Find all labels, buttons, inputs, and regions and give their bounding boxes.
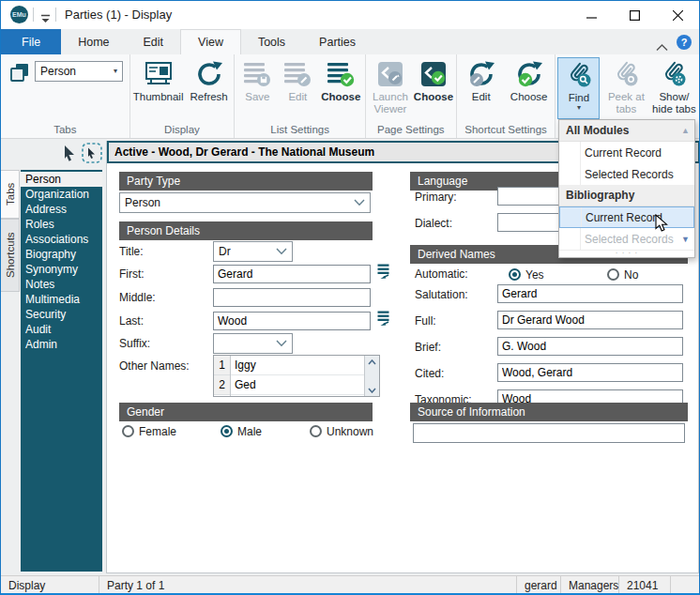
sidebar-item-audit[interactable]: Audit [21,322,102,337]
sidebar-item-associations[interactable]: Associations [21,232,102,247]
tab-parties[interactable]: Parties [302,29,373,54]
menu-resize-grip[interactable]: · · · · [559,250,694,257]
automatic-no-label: No [624,268,638,282]
tab-list-panel: Person Organization Address Roles Associ… [21,170,102,572]
other-name-cell[interactable]: Ged [231,375,364,395]
list-choose-icon [326,57,356,91]
tab-layout-select[interactable]: Person ▾ [35,61,123,82]
last-name-field[interactable] [213,312,371,330]
list-save-button: Save [236,57,278,103]
suffix-label: Suffix: [119,337,150,350]
first-name-field[interactable] [213,265,371,283]
group-label-list-settings: List Settings [235,124,365,135]
close-button[interactable] [656,1,699,29]
other-names-row-numbers: 1 2 [214,356,231,396]
find-button[interactable]: Find ▾ [557,57,600,119]
menu-item-all-current-record[interactable]: Current Record [559,142,694,163]
sidebar-item-notes[interactable]: Notes [21,277,102,292]
gender-female-radio[interactable]: Female [122,422,176,439]
sidebar-item-person[interactable]: Person [21,172,102,187]
list-edit-label: Edit [288,91,307,103]
maximize-button[interactable] [613,1,656,29]
sidebar-item-synonymy[interactable]: Synonymy [21,262,102,277]
radio-icon [122,425,134,437]
emu-logo-icon[interactable]: EMu [10,6,28,23]
window-title: Parties (1) - Display [65,8,172,22]
ribbon-group-tabs: Person ▾ Tabs [1,54,130,138]
sidebar-item-biography[interactable]: Biography [21,247,102,262]
other-name-cell[interactable]: Iggy [231,356,364,375]
collapse-ribbon-icon[interactable] [656,38,668,55]
scroll-down-button[interactable] [365,384,379,396]
thumbnail-label: Thumbnail [133,91,184,103]
status-bar: Display Party 1 of 1 gerard Managers 210… [1,575,699,594]
gender-unknown-radio[interactable]: Unknown [310,422,373,439]
list-edit-button: Edit [278,57,317,103]
side-tab-shortcuts[interactable]: Shortcuts [1,219,20,292]
radio-icon [310,425,322,437]
brief-field[interactable] [497,337,683,356]
scroll-up-button[interactable] [365,356,379,368]
shortcut-choose-button[interactable]: Choose [504,57,555,103]
quick-access-dropdown-icon[interactable] [39,10,52,27]
first-name-label: First: [119,267,145,281]
sidebar-item-roles[interactable]: Roles [21,217,102,232]
tab-home[interactable]: Home [61,29,126,54]
refresh-button[interactable]: Refresh [185,57,234,103]
minimize-button[interactable] [570,1,613,29]
sidebar-item-admin[interactable]: Admin [21,337,102,352]
refresh-icon [194,57,224,91]
show-hide-tabs-button[interactable]: Show/ hide tabs ▾ [650,57,697,128]
list-save-label: Save [245,91,269,103]
menu-scroll-up-icon[interactable]: ▲ [681,126,690,135]
divider [581,207,582,227]
help-icon[interactable]: ? [677,35,692,50]
autofill-icon[interactable] [376,263,390,283]
shortcut-choose-label: Choose [510,91,548,103]
ribbon-group-shortcut-settings: Edit Choose Shortcut Settings [457,54,556,138]
thumbnail-icon [143,57,175,91]
launch-viewer-button: Launch Viewer [368,57,413,115]
page-choose-button[interactable]: Choose [411,57,456,103]
list-choose-button[interactable]: Choose [317,57,364,103]
sidebar-item-security[interactable]: Security [21,307,102,322]
source-of-information-header: Source of Information [410,403,688,421]
find-dropdown-icon: ▾ [577,104,581,112]
title-select[interactable]: Dr [213,241,293,262]
gender-unknown-label: Unknown [327,425,373,438]
full-name-field[interactable] [497,311,683,329]
thumbnail-button[interactable]: Thumbnail [132,57,185,103]
tab-stack-icon[interactable] [8,61,31,87]
gender-male-radio[interactable]: Male [221,422,262,439]
tab-file[interactable]: File [1,29,61,54]
sidebar-item-address[interactable]: Address [21,202,102,217]
cited-field[interactable] [497,363,683,382]
group-label-tabs: Tabs [1,124,129,135]
sidebar-item-organization[interactable]: Organization [21,187,102,202]
party-type-select[interactable]: Person [119,192,371,213]
side-tab-tabs[interactable]: Tabs [1,170,20,219]
tab-tools[interactable]: Tools [241,29,302,54]
other-names-label: Other Names: [119,359,190,373]
autofill-icon[interactable] [376,310,390,330]
menu-item-bib-current-record[interactable]: Current Record [559,206,694,228]
menu-item-all-selected-records[interactable]: Selected Records [559,163,694,185]
radio-icon [509,268,521,281]
source-of-information-field[interactable] [413,423,685,443]
salutation-field[interactable] [497,284,683,303]
tab-view[interactable]: View [180,29,241,54]
automatic-no-radio[interactable]: No [607,266,638,282]
tab-edit[interactable]: Edit [127,29,181,54]
other-names-grid[interactable]: 1 2 Iggy Ged [213,355,380,397]
launch-viewer-label: Launch Viewer [368,91,413,115]
status-record-count: Party 1 of 1 [99,576,516,594]
automatic-yes-radio[interactable]: Yes [509,266,544,282]
menu-scroll-down-icon[interactable]: ▼ [681,235,690,244]
shortcut-edit-button[interactable]: Edit [459,57,504,103]
suffix-select[interactable] [213,333,293,354]
cursor-tool-icon[interactable] [60,143,79,167]
middle-name-field[interactable] [213,288,371,307]
sidebar-item-multimedia[interactable]: Multimedia [21,292,102,307]
divider [33,8,34,22]
select-mode-icon[interactable] [81,142,103,168]
